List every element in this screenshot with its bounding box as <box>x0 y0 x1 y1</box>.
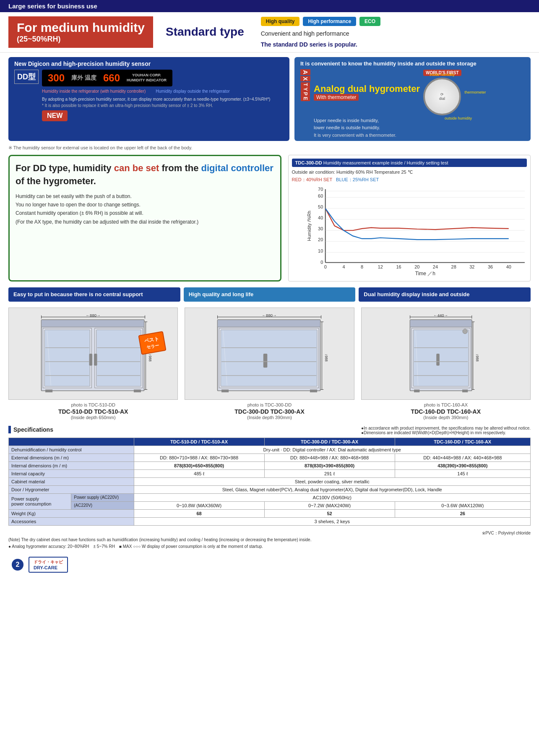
humidity-note: ※ The humidity sensor for external use i… <box>8 145 531 151</box>
svg-text:60: 60 <box>318 193 323 198</box>
spec-val-1-2: DD: 880×448×988 / AX: 880×468×988 <box>264 454 395 461</box>
new-badge: NEW <box>42 110 68 121</box>
bestseller-badge: ベストセラー <box>138 331 167 355</box>
can-be: can be set <box>114 163 159 173</box>
svg-text:32: 32 <box>469 264 474 269</box>
feature-title-1: Easy to put in because there is no centr… <box>13 291 175 298</box>
ax-desc1: Upper needle is inside humidity, <box>314 117 525 124</box>
spec-val-7-1: 0~10.8W (MAX360W) <box>134 501 264 509</box>
photo-label-3: photo is TDC-160-AX <box>361 402 531 407</box>
svg-text:8: 8 <box>361 264 363 269</box>
standard-type-box: Standard type <box>166 26 244 39</box>
chart-svg: 0 10 20 30 40 50 60 70 <box>307 185 527 276</box>
svg-rect-54 <box>134 389 141 392</box>
spec-val-9-merged: 3 shelves, 2 keys <box>134 517 530 525</box>
svg-rect-66 <box>221 330 318 386</box>
spec-label-4: Cabinet material <box>9 477 134 485</box>
table-row: External dimensions (m / m) DD: 880×710×… <box>9 454 531 461</box>
specs-notes: ●In accordance with product improvement,… <box>361 426 531 435</box>
badges-box: High quality High performance ECO Conven… <box>261 17 380 48</box>
standard-type-label: Standard type <box>166 26 244 39</box>
spec-label-9: Accessories <box>9 517 134 525</box>
footer-note2: ● Analog hygrometer accuracy: 20~80%RH ±… <box>8 543 531 550</box>
svg-text:Humidity /%Rh: Humidity /%Rh <box>307 211 312 241</box>
legend-blue: BLUE：25%RH SET <box>336 177 379 182</box>
page-number: 2 <box>12 559 23 571</box>
specs-col2: TDC-300-DD / TDC-300-AX <box>264 438 395 446</box>
svg-rect-46 <box>94 354 97 366</box>
inside-humidity-label: inside humidity <box>430 73 455 77</box>
digital-body4: (For the AX type, the humidity can be ad… <box>16 218 274 226</box>
cabinet-svg-2: ←880→ ↕988 <box>193 314 345 394</box>
spec-val-1-3: DD: 440×448×988 / AX: 440×468×988 <box>395 454 530 461</box>
feature-2: High quality and long life <box>184 287 356 302</box>
spec-val-3-2: 291 ℓ <box>264 469 395 477</box>
digital-controller-box: For DD type, humidity can be set from th… <box>8 155 281 282</box>
svg-text:16: 16 <box>396 264 401 269</box>
spec-val-3-3: 145 ℓ <box>395 469 530 477</box>
digital-body2: You no longer have to open the door to c… <box>16 201 274 209</box>
main-content: New Digicon and high-precision humidity … <box>0 53 539 580</box>
table-row: Power supplypower consumption Power supp… <box>9 493 531 501</box>
spec-val-2-2: 878(830)×390×855(800) <box>264 461 395 469</box>
svg-point-87 <box>463 329 467 334</box>
spec-val-8-1: 68 <box>134 509 264 517</box>
ax-right-box: It is convenient to know the humidity in… <box>294 57 531 141</box>
cabinet-svg-3: ←440→ ↕988 <box>370 314 522 394</box>
product-name-2: TDC-300-DD TDC-300-AX <box>185 408 354 415</box>
specs-note1: ●In accordance with product improvement,… <box>361 426 531 430</box>
photo-label-1: photo is TDC-510-DD <box>8 402 178 407</box>
popular-dd: DD series <box>299 41 327 48</box>
product-item-1: ←880→ ↕988 <box>8 308 178 420</box>
chart-subtitle2: Humidity setting test <box>407 160 448 165</box>
spec-val-1-1: DD: 880×710×988 / AX: 880×730×988 <box>134 454 264 461</box>
hero-title-box: For medium humidity (25~50%RH) <box>8 16 153 48</box>
product-name-1: TDC-510-DD TDC-510-AX <box>8 408 178 415</box>
feature-title-2: High quality and long life <box>189 291 351 298</box>
top-bar: Large series for business use <box>0 0 539 12</box>
top-bar-text: Large series for business use <box>8 3 97 10</box>
legend-red: RED：40%RH SET <box>292 177 332 182</box>
specs-col1: TDC-510-DD / TDC-510-AX <box>134 438 264 446</box>
badge-high-quality: High quality <box>261 17 300 26</box>
svg-text:←440→: ←440→ <box>433 314 448 318</box>
svg-text:10: 10 <box>318 248 323 253</box>
title-part2: from the <box>159 163 201 173</box>
outside-humidity-label: outside humidity <box>445 116 472 120</box>
feature-3: Dual humidity display inside and outside <box>359 287 531 302</box>
caption-inside: Humidity inside the refrigerator (with h… <box>42 89 146 94</box>
specs-note2: ●Dimensions are indicated W(Width)×D(Dep… <box>361 430 531 435</box>
svg-rect-93 <box>462 389 468 392</box>
spec-val-5-merged: Steel, Glass, Magnet rubber(PCV), Analog… <box>134 485 530 493</box>
middle-section: For DD type, humidity can be set from th… <box>8 155 531 282</box>
digital-body: Humidity can be set easily with the push… <box>16 192 274 227</box>
svg-text:50: 50 <box>318 204 323 209</box>
hygrometer-dial: ⟳dial inside humidity outside humidity <box>423 78 461 115</box>
badge-row: High quality High performance ECO <box>261 17 380 26</box>
digital-word: digital controller <box>201 163 273 173</box>
table-row: Door / Hygrometer Steel, Glass, Magnet r… <box>9 485 531 493</box>
svg-text:↕988: ↕988 <box>148 354 152 362</box>
svg-text:30: 30 <box>318 226 323 231</box>
ax-desc2: lower needle is outside humidity. <box>314 124 525 131</box>
svg-text:0: 0 <box>324 264 326 269</box>
product-item-2: ←880→ ↕988 <box>185 308 354 420</box>
svg-text:24: 24 <box>432 264 437 269</box>
product-item-3: ←440→ ↕988 <box>361 308 531 420</box>
spec-val-0-merged: Dry-unit · DD: Digital controller / AX: … <box>134 446 530 454</box>
svg-text:20: 20 <box>318 237 323 242</box>
svg-rect-64 <box>218 320 320 327</box>
spec-label-1: External dimensions (m / m) <box>9 454 134 461</box>
product-img-3: ←440→ ↕988 <box>361 308 531 400</box>
svg-rect-73 <box>310 389 317 392</box>
product-name-3: TDC-160-DD TDC-160-AX <box>361 408 531 415</box>
svg-text:←880→: ←880→ <box>86 314 101 318</box>
pvc-note: ※PVC：Polyvinyl chloride <box>8 530 531 537</box>
footer-brand: 2 ドライ・キャビ DRY-CARE <box>8 553 531 576</box>
popular-suffix: is popular. <box>326 41 357 48</box>
products-row: ←880→ ↕988 <box>8 308 531 420</box>
table-row: (AC220V) 0~10.8W (MAX360W) 0~7.2W (MAX24… <box>9 501 531 509</box>
spec-val-7-2: 0~7.2W (MAX240W) <box>264 501 395 509</box>
chart-box: TDC-300-DD Humidity measurement example … <box>288 155 531 282</box>
feature-1: Easy to put in because there is no centr… <box>8 287 180 302</box>
